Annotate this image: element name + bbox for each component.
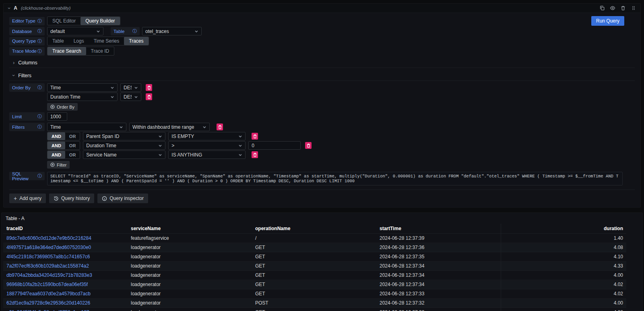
order-by-direction-select[interactable]: DESC bbox=[120, 93, 141, 101]
query-history-button[interactable]: Query history bbox=[49, 194, 94, 203]
column-header-starttime[interactable]: startTime bbox=[376, 224, 501, 233]
order-by-row: Duration Time DESC bbox=[47, 93, 152, 101]
trace-id-link[interactable]: 89dc7e8c6060c0d12de7e9b50c216284 bbox=[3, 234, 128, 243]
filters-section-toggle[interactable]: › Filters bbox=[9, 70, 635, 81]
trace-id-link[interactable]: 4f497571a618e364ed7ded60752030e0 bbox=[3, 243, 128, 252]
filter-field-select[interactable]: Parent Span ID bbox=[83, 132, 165, 140]
order-by-direction-select[interactable]: DESC bbox=[120, 83, 141, 92]
editor-type-query-builder[interactable]: Query Builder bbox=[80, 17, 120, 25]
chevron-down-icon bbox=[238, 144, 242, 148]
column-header-servicename[interactable]: serviceName bbox=[128, 224, 252, 233]
trace-id-link[interactable]: 62df1ec9a29728c9e29536c20d140226 bbox=[3, 299, 128, 307]
columns-section-toggle[interactable]: › Columns bbox=[9, 58, 635, 68]
trace-id-link[interactable]: 1887794f7eaa6037d0e2a4579bcd7acb bbox=[3, 289, 128, 298]
column-header-operationname[interactable]: operationName bbox=[252, 224, 376, 233]
duration-cell: 4.10 bbox=[501, 252, 626, 261]
trace-mode-trace-search[interactable]: Trace Search bbox=[47, 47, 86, 55]
operation-name-cell: GET bbox=[252, 289, 376, 298]
add-order-by-button[interactable]: Order By bbox=[47, 103, 78, 111]
query-type-table[interactable]: Table bbox=[47, 37, 69, 45]
duplicate-query-icon[interactable] bbox=[599, 5, 605, 11]
operation-name-cell: POST bbox=[252, 299, 376, 307]
column-header-traceid[interactable]: traceID bbox=[3, 224, 128, 233]
filter-bool-or[interactable]: OR bbox=[65, 132, 80, 140]
service-name-cell: loadgenerator bbox=[128, 308, 252, 311]
info-icon: ⓘ bbox=[132, 28, 137, 34]
trace-id-link[interactable]: 96968b10fa2b2c1590bc67dea06ef35f bbox=[3, 280, 128, 289]
query-row-actions bbox=[599, 5, 636, 11]
add-filter-button[interactable]: Filter bbox=[47, 161, 70, 169]
query-type-label: Query Type ⓘ bbox=[9, 37, 45, 45]
trace-id-link[interactable]: 4f45c21918c73698057a8b1c741657c6 bbox=[3, 252, 128, 261]
run-query-button[interactable]: Run Query bbox=[591, 16, 624, 26]
service-name-cell: featureflagservice bbox=[128, 234, 252, 243]
query-type-time-series[interactable]: Time Series bbox=[89, 37, 124, 45]
filter-field-select[interactable]: Time bbox=[47, 123, 126, 131]
query-type-traces[interactable]: Traces bbox=[124, 37, 148, 45]
limit-input[interactable] bbox=[47, 112, 67, 121]
filter-operator-select[interactable]: IS EMPTY bbox=[168, 132, 246, 140]
service-name-cell: loadgenerator bbox=[128, 280, 252, 289]
filter-field-select[interactable]: Duration Time bbox=[83, 141, 165, 150]
chevron-down-icon bbox=[110, 86, 114, 90]
filter-bool-and[interactable]: AND bbox=[47, 151, 65, 159]
remove-filter-button[interactable] bbox=[305, 142, 312, 149]
trace-id-link[interactable]: db9704a2bbda34204d159c71b78283e3 bbox=[3, 271, 128, 280]
query-type-logs[interactable]: Logs bbox=[69, 37, 89, 45]
order-by-field-select[interactable]: Duration Time bbox=[47, 93, 118, 101]
info-icon: ⓘ bbox=[37, 124, 42, 130]
remove-order-by-button[interactable] bbox=[146, 84, 152, 91]
remove-filter-button[interactable] bbox=[217, 124, 223, 130]
chevron-down-icon bbox=[134, 86, 138, 90]
trace-id-link[interactable]: 7a2f07ecf63c60b1029ab2ac155874a2 bbox=[3, 262, 128, 270]
start-time-cell: 2024-06-28 12:37:35 bbox=[376, 252, 501, 261]
table-select[interactable]: otel_traces bbox=[142, 27, 202, 35]
info-icon: ⓘ bbox=[37, 48, 42, 54]
order-by-label: Order By ⓘ bbox=[9, 83, 45, 92]
drag-handle-icon[interactable] bbox=[631, 5, 636, 11]
filter-bool-or[interactable]: OR bbox=[65, 151, 80, 159]
collapse-query-icon[interactable]: › bbox=[6, 7, 12, 9]
service-name-cell: loadgenerator bbox=[128, 243, 252, 252]
editor-type-switch: SQL Editor Query Builder bbox=[47, 16, 120, 25]
trace-id-link[interactable]: e91c3645f04fa5e58adcd0758e1ea127 bbox=[3, 308, 128, 311]
order-by-field-select[interactable]: Time bbox=[47, 83, 118, 92]
trace-mode-trace-id[interactable]: Trace ID bbox=[86, 47, 114, 55]
remove-order-by-button[interactable] bbox=[146, 93, 152, 100]
query-inspector-button[interactable]: Query inspector bbox=[97, 194, 148, 203]
add-query-button[interactable]: + Add query bbox=[9, 194, 46, 203]
chevron-down-icon bbox=[202, 125, 206, 129]
filter-bool-and[interactable]: AND bbox=[47, 142, 65, 149]
disable-query-icon[interactable] bbox=[610, 5, 615, 11]
trace-mode-label: Trace Mode ⓘ bbox=[9, 47, 45, 56]
service-name-cell: loadgenerator bbox=[128, 271, 252, 280]
filters-label: Filters ⓘ bbox=[9, 123, 45, 131]
remove-filter-button[interactable] bbox=[252, 133, 258, 140]
filter-operator-select[interactable]: > bbox=[168, 141, 246, 150]
duration-cell: 4.00 bbox=[501, 299, 626, 307]
operation-name-cell: GET bbox=[252, 308, 376, 311]
chevron-down-icon bbox=[158, 153, 162, 157]
filter-bool-and[interactable]: AND bbox=[47, 132, 65, 140]
query-type-switch: Table Logs Time Series Traces bbox=[47, 37, 149, 45]
filter-bool-or[interactable]: OR bbox=[65, 142, 80, 149]
chevron-down-icon bbox=[134, 95, 138, 99]
filter-value-input[interactable] bbox=[248, 141, 301, 150]
info-icon: ⓘ bbox=[37, 28, 42, 34]
delete-query-icon[interactable] bbox=[620, 5, 626, 11]
editor-type-sql-editor[interactable]: SQL Editor bbox=[47, 17, 80, 25]
filter-operator-select[interactable]: IS ANYTHING bbox=[168, 150, 246, 159]
filter-operator-select[interactable]: Within dashboard time range bbox=[129, 123, 210, 131]
start-time-cell: 2024-06-28 12:37:32 bbox=[376, 299, 501, 307]
filter-field-select[interactable]: Service Name bbox=[83, 150, 165, 159]
filter-row: AND OR Service Name IS ANYTHING bbox=[47, 150, 312, 159]
filter-row: Time Within dashboard time range bbox=[47, 123, 312, 131]
chevron-down-icon bbox=[238, 153, 242, 157]
database-select[interactable]: default bbox=[47, 27, 103, 35]
info-circle-icon bbox=[102, 196, 107, 201]
duration-cell: 4.02 bbox=[501, 289, 626, 298]
remove-filter-button[interactable] bbox=[252, 151, 258, 158]
columns-section-label: Columns bbox=[18, 60, 37, 66]
column-header-duration[interactable]: duration bbox=[501, 224, 626, 233]
filter-row: AND OR Parent Span ID IS EMPTY bbox=[47, 132, 312, 140]
